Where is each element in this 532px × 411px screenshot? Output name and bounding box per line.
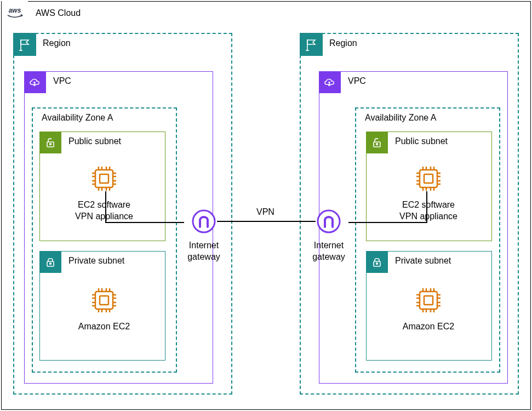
aws-cloud-label: AWS Cloud xyxy=(36,8,81,18)
az-label: Availability Zone A xyxy=(365,113,436,123)
ec2-vpn-caption: EC2 software VPN appliance xyxy=(379,199,478,222)
lock-open-icon xyxy=(366,132,388,153)
svg-rect-65 xyxy=(374,261,380,266)
svg-rect-68 xyxy=(424,296,433,305)
svg-rect-26 xyxy=(100,296,108,305)
region-flag-icon xyxy=(13,33,36,56)
private-subnet-label: Private subnet xyxy=(68,256,124,266)
public-subnet-label: Public subnet xyxy=(395,136,448,146)
svg-point-4 xyxy=(50,144,52,145)
connector-line xyxy=(105,191,106,223)
internet-gateway-icon xyxy=(191,208,217,235)
svg-rect-6 xyxy=(100,174,108,183)
amazon-ec2-left: Amazon EC2 xyxy=(55,284,153,333)
az-label: Availability Zone A xyxy=(42,113,113,123)
connector-line xyxy=(217,221,316,222)
svg-rect-5 xyxy=(95,170,113,187)
connector-line xyxy=(105,222,184,223)
vpc-cloud-icon xyxy=(24,71,46,93)
public-subnet-label: Public subnet xyxy=(68,136,121,146)
lock-closed-icon xyxy=(366,251,388,273)
svg-point-66 xyxy=(376,263,378,265)
region-label: Region xyxy=(329,38,357,48)
svg-rect-67 xyxy=(420,292,437,309)
ec2-vpn-caption: EC2 software VPN appliance xyxy=(55,199,153,222)
internet-gateway-label: Internet gateway xyxy=(307,240,351,263)
internet-gateway-left: Internet gateway xyxy=(182,208,226,263)
svg-point-85 xyxy=(193,210,215,232)
region-flag-icon xyxy=(300,33,323,56)
lock-closed-icon xyxy=(39,251,61,273)
svg-point-86 xyxy=(318,210,340,232)
internet-gateway-right: Internet gateway xyxy=(307,208,351,263)
vpc-label: VPC xyxy=(348,76,366,86)
amazon-ec2-right: Amazon EC2 xyxy=(379,284,478,333)
svg-rect-23 xyxy=(47,261,54,266)
svg-point-46 xyxy=(376,144,378,145)
connector-line xyxy=(348,222,427,223)
vpc-cloud-icon xyxy=(319,71,341,93)
ec2-chip-icon xyxy=(412,284,445,317)
connector-line xyxy=(426,191,427,223)
internet-gateway-label: Internet gateway xyxy=(182,240,226,263)
ec2-chip-icon xyxy=(88,284,121,317)
private-subnet-label: Private subnet xyxy=(395,256,451,266)
svg-rect-48 xyxy=(424,174,433,183)
amazon-ec2-caption: Amazon EC2 xyxy=(55,321,153,333)
ec2-chip-icon xyxy=(412,162,445,195)
ec2-vpn-appliance-left: EC2 software VPN appliance xyxy=(55,162,153,222)
internet-gateway-icon xyxy=(316,208,342,235)
svg-rect-3 xyxy=(47,142,54,147)
svg-text:aws: aws xyxy=(9,7,21,14)
svg-point-24 xyxy=(50,263,52,265)
svg-rect-45 xyxy=(374,142,380,147)
vpn-connection-label: VPN xyxy=(256,207,274,217)
amazon-ec2-caption: Amazon EC2 xyxy=(379,321,478,333)
ec2-chip-icon xyxy=(88,162,121,195)
vpc-label: VPC xyxy=(53,76,71,86)
lock-open-icon xyxy=(39,132,61,153)
aws-logo-icon: aws xyxy=(2,1,28,27)
ec2-vpn-appliance-right: EC2 software VPN appliance xyxy=(379,162,478,222)
region-label: Region xyxy=(43,38,71,48)
svg-rect-47 xyxy=(420,170,437,187)
svg-rect-25 xyxy=(95,292,113,309)
